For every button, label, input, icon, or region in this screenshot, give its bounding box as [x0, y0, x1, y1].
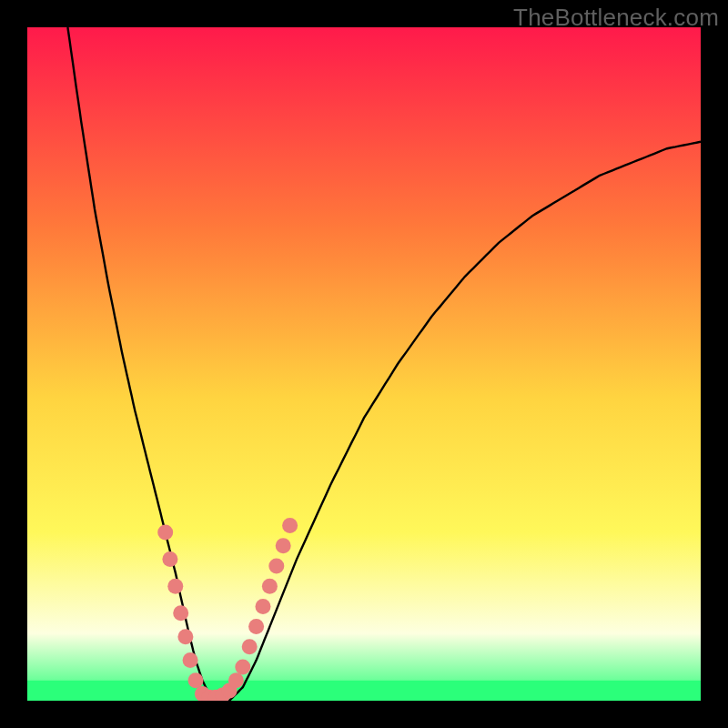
highlight-dot — [157, 525, 173, 541]
highlight-dot — [167, 579, 183, 594]
chart-frame: TheBottleneck.com — [0, 0, 728, 728]
highlight-dot — [248, 619, 264, 634]
highlight-dot — [256, 599, 271, 614]
highlight-dot — [162, 551, 177, 567]
green-band — [27, 681, 701, 701]
highlight-dot — [173, 605, 188, 621]
highlight-dot — [188, 672, 204, 688]
highlight-dot — [276, 538, 291, 553]
highlight-dot — [282, 518, 298, 533]
watermark-text: TheBottleneck.com — [513, 4, 719, 32]
gradient-background — [27, 27, 701, 701]
highlight-dot — [262, 579, 278, 594]
highlight-dot — [177, 629, 193, 644]
highlight-dot — [268, 559, 284, 574]
highlight-dot — [183, 652, 198, 668]
highlight-dot — [228, 672, 244, 688]
highlight-dot — [242, 639, 258, 654]
plot-area — [27, 27, 701, 701]
chart-svg — [27, 27, 701, 701]
highlight-dot — [235, 660, 250, 675]
